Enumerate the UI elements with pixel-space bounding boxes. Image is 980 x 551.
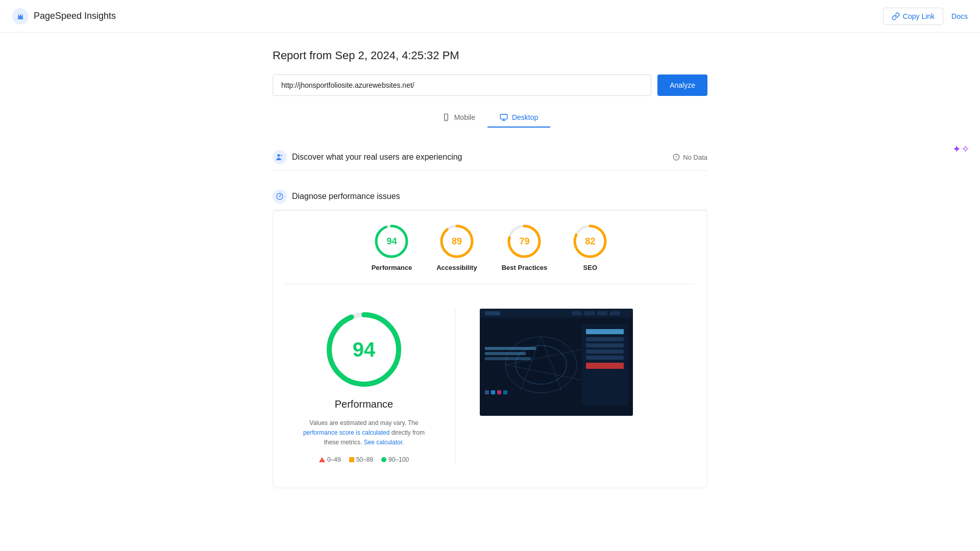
main-content: Report from Sep 2, 2024, 4:25:32 PM Anal… [260, 33, 720, 517]
report-title: Report from Sep 2, 2024, 4:25:32 PM [273, 49, 707, 62]
svg-rect-45 [497, 390, 501, 394]
legend-pass-range: 90–100 [388, 456, 409, 463]
svg-rect-40 [485, 347, 536, 350]
accessibility-score: 89 [452, 236, 462, 247]
real-users-title: Discover what your real users are experi… [292, 153, 462, 162]
best-practices-label: Best Practices [502, 264, 548, 271]
svg-point-9 [279, 196, 281, 197]
website-screenshot [480, 309, 633, 416]
real-users-icon [273, 150, 287, 164]
legend-average-range: 50–89 [356, 456, 373, 463]
svg-rect-24 [584, 311, 595, 315]
big-performance-circle: 94 [323, 309, 405, 390]
seo-circle: 82 [572, 223, 608, 260]
svg-rect-4 [500, 114, 507, 119]
svg-rect-23 [572, 311, 582, 315]
section-title-wrap: Discover what your real users are experi… [273, 150, 462, 164]
legend-fail-icon [319, 457, 325, 462]
svg-rect-34 [586, 329, 624, 334]
svg-point-3 [446, 119, 446, 119]
performance-score: 94 [386, 236, 397, 247]
accessibility-circle: 89 [438, 223, 475, 260]
see-calculator-link[interactable]: See calculator. [364, 439, 404, 446]
analyze-button[interactable]: Analyze [657, 74, 707, 96]
ai-stars-icon: ✦✧ [952, 143, 970, 155]
header-actions: Copy Link Docs [883, 8, 968, 25]
gauge-icon [276, 192, 284, 201]
scores-row: 94 Performance 89 Accessibility [285, 223, 695, 271]
svg-rect-41 [485, 352, 526, 355]
copy-link-label: Copy Link [903, 12, 935, 20]
big-performance-score: 94 [353, 338, 376, 361]
svg-rect-35 [586, 337, 624, 341]
pagespeed-logo [12, 8, 29, 24]
svg-rect-22 [485, 311, 500, 315]
url-bar: Analyze [273, 74, 707, 96]
legend-average-icon [349, 457, 354, 462]
svg-point-6 [280, 155, 282, 157]
svg-rect-43 [485, 390, 489, 394]
app-title: PageSpeed Insights [34, 11, 116, 21]
users-icon [276, 153, 284, 161]
perf-right [480, 309, 682, 416]
svg-rect-2 [444, 114, 448, 120]
best-practices-score: 79 [519, 236, 529, 247]
mobile-icon [442, 113, 450, 121]
diagnose-icon [273, 189, 287, 204]
legend-average: 50–89 [349, 456, 373, 463]
score-legend: 0–49 50–89 90–100 [319, 456, 409, 463]
score-best-practices[interactable]: 79 Best Practices [502, 223, 548, 271]
svg-rect-26 [610, 311, 620, 315]
svg-rect-36 [586, 343, 624, 347]
screenshot-svg [480, 309, 633, 416]
real-users-header: Discover what your real users are experi… [273, 144, 707, 171]
scores-card: 94 Performance 89 Accessibility [273, 210, 707, 488]
seo-label: SEO [583, 264, 597, 271]
link-icon [892, 12, 900, 20]
legend-pass: 90–100 [381, 456, 409, 463]
score-seo[interactable]: 82 SEO [572, 223, 608, 271]
desc-part1: Values are estimated and may vary. The [309, 419, 418, 427]
legend-fail: 0–49 [319, 456, 341, 463]
perf-description: Values are estimated and may vary. The p… [298, 418, 430, 448]
svg-point-5 [277, 154, 280, 157]
svg-rect-25 [597, 311, 607, 315]
no-data-label: No Data [683, 154, 707, 161]
real-users-section: Discover what your real users are experi… [273, 144, 707, 171]
svg-rect-39 [586, 363, 624, 369]
best-practices-circle: 79 [506, 223, 543, 260]
vertical-divider [455, 309, 455, 463]
accessibility-label: Accessibility [436, 264, 477, 271]
logo-area: PageSpeed Insights [12, 8, 116, 24]
copy-link-button[interactable]: Copy Link [883, 8, 943, 25]
docs-link[interactable]: Docs [951, 12, 968, 20]
score-performance[interactable]: 94 Performance [372, 223, 412, 271]
screenshot-inner [480, 309, 633, 416]
svg-rect-44 [491, 390, 495, 394]
tab-desktop-label: Desktop [512, 113, 538, 121]
header: PageSpeed Insights Copy Link Docs [0, 0, 980, 33]
tab-mobile[interactable]: Mobile [430, 108, 487, 128]
no-data-indicator: No Data [673, 154, 707, 161]
svg-rect-46 [503, 390, 507, 394]
diagnose-header: Diagnose performance issues [273, 183, 707, 210]
score-accessibility[interactable]: 89 Accessibility [436, 223, 477, 271]
performance-label: Performance [372, 264, 412, 271]
tab-desktop[interactable]: Desktop [487, 108, 550, 128]
tab-mobile-label: Mobile [454, 113, 475, 121]
diagnose-section: Diagnose performance issues 94 Performan… [273, 183, 707, 488]
diagnose-title-wrap: Diagnose performance issues [273, 189, 400, 204]
perf-score-calc-link[interactable]: performance score is calculated [303, 429, 389, 436]
device-tabs: Mobile Desktop [273, 108, 707, 128]
svg-point-1 [18, 14, 23, 19]
svg-rect-42 [485, 357, 531, 360]
url-input[interactable] [273, 74, 651, 96]
legend-fail-range: 0–49 [327, 456, 341, 463]
perf-title: Performance [335, 398, 394, 410]
diagnose-title: Diagnose performance issues [292, 192, 400, 201]
legend-pass-icon [381, 457, 386, 462]
perf-left: 94 Performance Values are estimated and … [298, 309, 430, 463]
info-icon [673, 154, 680, 161]
performance-circle: 94 [373, 223, 410, 260]
svg-rect-38 [586, 356, 624, 360]
